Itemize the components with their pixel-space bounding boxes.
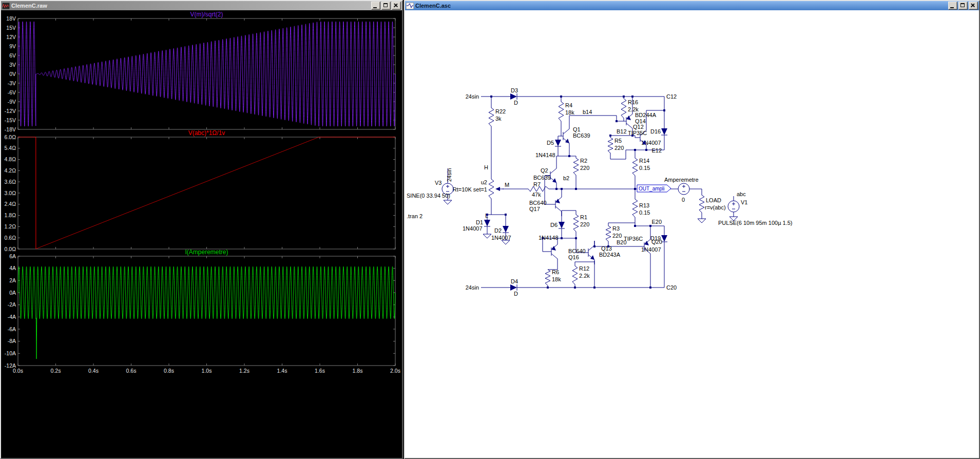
component-name[interactable]: Q12 xyxy=(633,124,644,130)
component-Amperemetre[interactable] xyxy=(682,185,685,192)
component-value[interactable]: u2 xyxy=(481,179,487,185)
trace-title[interactable]: V(abc)*1Ω/1v xyxy=(188,129,225,137)
component-R12[interactable] xyxy=(572,266,578,284)
trace-title[interactable]: V(m)/sqrt(2) xyxy=(190,11,223,18)
component-value[interactable]: 220 xyxy=(614,145,624,151)
component-Rt=10K set=1[interactable] xyxy=(495,187,500,191)
net-label[interactable]: E20 xyxy=(651,219,662,225)
component-name[interactable]: TIP36C xyxy=(624,236,643,242)
component-name[interactable]: BD244A xyxy=(635,112,657,118)
component-value[interactable]: 3k xyxy=(495,116,502,122)
component-value[interactable]: Q14 xyxy=(635,118,646,124)
component-name[interactable]: Amperemetre xyxy=(664,177,699,183)
component-R4[interactable] xyxy=(559,102,564,121)
component-value[interactable]: 0.15 xyxy=(639,165,650,171)
component-V3[interactable] xyxy=(446,185,449,192)
net-label[interactable]: H xyxy=(484,164,488,170)
component-name[interactable]: D6 xyxy=(550,222,558,228)
spice-directive[interactable]: SINE(0 33.94 50) xyxy=(407,193,450,199)
component-name[interactable]: Q13 xyxy=(601,245,612,252)
component-name[interactable]: BC640 xyxy=(568,248,586,254)
component-value[interactable]: r=v(abc) xyxy=(705,204,726,211)
minimize-button[interactable] xyxy=(371,2,380,10)
net-label[interactable]: B20 xyxy=(617,239,627,245)
component-BC640[interactable] xyxy=(550,193,562,216)
component-D19[interactable] xyxy=(661,235,667,242)
close-button[interactable] xyxy=(969,2,978,10)
component-D5[interactable] xyxy=(555,146,561,152)
component-name[interactable]: D5 xyxy=(547,140,554,146)
component-name[interactable]: LOAD xyxy=(706,197,721,203)
component-value[interactable]: BD243A xyxy=(599,252,621,258)
component-value[interactable]: TIP35C xyxy=(628,130,647,136)
waveform-titlebar[interactable]: ClemenC.raw xyxy=(1,1,402,10)
component-V1[interactable] xyxy=(732,202,735,209)
component-BC640[interactable] xyxy=(546,240,558,263)
out-port-label[interactable]: OUT_ampli xyxy=(639,186,665,192)
component-R6[interactable] xyxy=(545,270,550,285)
ground-symbol[interactable] xyxy=(502,240,510,244)
net-label[interactable]: L xyxy=(485,213,488,219)
component-name[interactable]: R5 xyxy=(614,138,622,144)
component-R1[interactable] xyxy=(573,215,579,232)
minimize-button[interactable] xyxy=(948,2,957,10)
component-name[interactable]: R1 xyxy=(580,214,587,220)
component-D16[interactable] xyxy=(661,128,667,135)
plot-pane-1[interactable]: V(abc)*1Ω/1v6.0Ω5.4Ω4.8Ω4.2Ω3.6Ω3.0Ω2.4Ω… xyxy=(5,129,395,252)
component-BC640[interactable] xyxy=(555,199,560,203)
component-name[interactable]: R4 xyxy=(565,102,572,108)
component-name[interactable]: R12 xyxy=(579,265,589,272)
component-name[interactable]: D2 xyxy=(494,227,502,234)
component-D3[interactable] xyxy=(510,93,517,100)
component-name[interactable]: D1 xyxy=(476,219,483,225)
net-label[interactable]: M xyxy=(505,182,509,188)
ground-symbol[interactable] xyxy=(698,219,706,223)
net-label[interactable]: E12 xyxy=(651,147,662,154)
component-name[interactable]: R14 xyxy=(639,158,649,164)
component-Q13[interactable] xyxy=(590,255,594,260)
component-R5[interactable] xyxy=(608,138,613,153)
component-value[interactable]: Q16 xyxy=(568,254,579,260)
component-D6[interactable] xyxy=(559,222,565,228)
component-name[interactable]: V1 xyxy=(741,199,747,205)
component-D3[interactable] xyxy=(517,93,522,100)
component-Q1[interactable] xyxy=(558,124,569,148)
component-name[interactable]: R2 xyxy=(580,158,587,164)
schematic-canvas[interactable]: R223kR418kR162.2kR5220R2220R140.15R747kR… xyxy=(405,10,979,458)
net-label[interactable]: B12 xyxy=(617,128,627,135)
component-name[interactable]: R13 xyxy=(639,202,649,208)
component-name[interactable]: R22 xyxy=(495,108,506,114)
net-label[interactable]: C20 xyxy=(666,284,677,291)
component-BD244A[interactable] xyxy=(626,116,631,120)
plot-pane-2[interactable]: I(Amperemetre)6A4A2A0A-2A-4A-6A-8A-10A-1… xyxy=(5,248,395,369)
ground-symbol[interactable] xyxy=(444,200,452,204)
plot-pane-0[interactable]: V(m)/sqrt(2)18V15V12V9V6V3V0V-3V-6V-9V-1… xyxy=(5,11,395,132)
waveform-plot-area[interactable]: V(m)/sqrt(2)18V15V12V9V6V3V0V-3V-6V-9V-1… xyxy=(1,10,402,458)
maximize-button[interactable] xyxy=(381,2,391,10)
component-value[interactable]: 220 xyxy=(612,233,622,239)
component-value[interactable]: 47k xyxy=(532,192,541,198)
component-value[interactable]: 2.2k xyxy=(579,273,590,279)
spice-directive[interactable]: PULSE(6 10m 95m 100µ 1.5) xyxy=(718,220,793,226)
net-label[interactable]: 24sin xyxy=(446,168,452,182)
component-TIP36C[interactable] xyxy=(644,241,649,245)
component-name[interactable]: R3 xyxy=(612,225,620,232)
component-value[interactable]: 1N4007 xyxy=(491,235,511,241)
component-D5[interactable] xyxy=(555,140,561,146)
component-R13[interactable] xyxy=(632,199,638,217)
component-name[interactable]: R6 xyxy=(552,269,559,275)
component-value[interactable]: BC639 xyxy=(573,132,590,139)
component-value[interactable]: BC639 xyxy=(533,175,551,181)
ground-symbol[interactable] xyxy=(483,234,491,238)
component-value[interactable]: 1N4148 xyxy=(535,152,555,158)
component-name[interactable]: Q2 xyxy=(541,167,548,174)
spice-directive[interactable]: .tran 2 xyxy=(407,213,422,219)
component-value[interactable]: 220 xyxy=(580,221,589,227)
component-value[interactable]: 18k xyxy=(552,276,561,282)
net-label[interactable]: abc xyxy=(737,191,746,197)
component-R16[interactable] xyxy=(621,99,626,118)
component-value[interactable]: 0 xyxy=(682,197,685,203)
net-label[interactable]: C12 xyxy=(666,93,677,100)
component-D4[interactable] xyxy=(510,284,517,291)
net-label[interactable]: b2 xyxy=(563,175,569,181)
